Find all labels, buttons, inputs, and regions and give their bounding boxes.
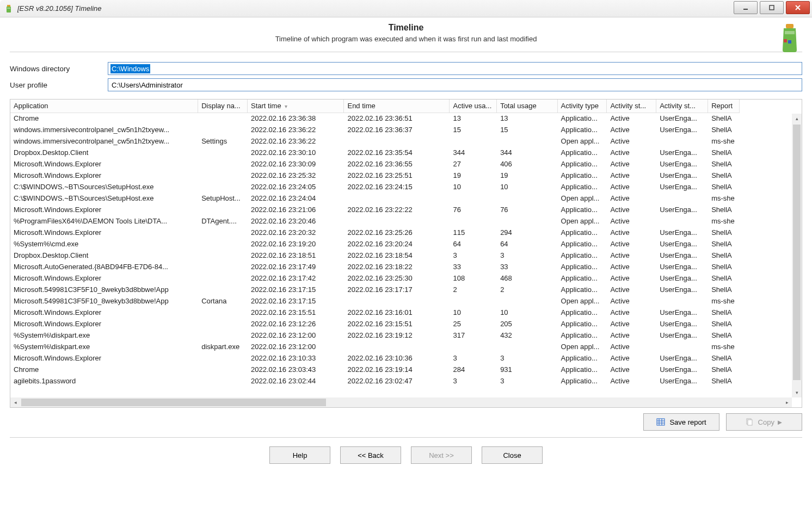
table-row[interactable]: Dropbox.Desktop.Client2022.02.16 23:18:5… bbox=[10, 250, 740, 261]
cell-disp bbox=[198, 204, 248, 215]
next-button[interactable]: Next >> bbox=[411, 446, 472, 464]
cell-start: 2022.02.16 23:30:09 bbox=[247, 158, 343, 170]
cell-astatus: Active bbox=[607, 330, 656, 341]
cell-end: 2022.02.16 23:36:51 bbox=[344, 113, 450, 124]
copy-icon bbox=[745, 418, 754, 426]
cell-total: 10 bbox=[497, 181, 557, 192]
cell-report: ms-she bbox=[708, 135, 740, 147]
save-report-button[interactable]: Save report bbox=[643, 413, 719, 431]
table-row[interactable]: Microsoft.AutoGenerated.{8ABD94FB-E7D6-8… bbox=[10, 261, 740, 272]
cell-astatus: Active bbox=[607, 124, 656, 135]
page-title: Timeline bbox=[10, 23, 802, 33]
column-header-atype[interactable]: Activity type bbox=[557, 100, 607, 113]
column-header-app[interactable]: Application bbox=[10, 100, 198, 113]
svg-rect-8 bbox=[788, 40, 791, 44]
cell-atype: Applicatio... bbox=[557, 147, 607, 158]
cell-total: 2 bbox=[497, 284, 557, 295]
table-row[interactable]: windows.immersivecontrolpanel_cw5n1h2txy… bbox=[10, 124, 740, 135]
table-row[interactable]: Microsoft.Windows.Explorer2022.02.16 23:… bbox=[10, 307, 740, 318]
column-header-astatus[interactable]: Activity st... bbox=[607, 100, 656, 113]
table-row[interactable]: Dropbox.Desktop.Client2022.02.16 23:30:1… bbox=[10, 147, 740, 158]
cell-report: ShellA bbox=[708, 204, 740, 215]
column-header-start[interactable]: Start time bbox=[247, 100, 343, 113]
cell-astatus: Active bbox=[607, 318, 656, 330]
table-row[interactable]: agilebits.1password2022.02.16 23:02:4420… bbox=[10, 375, 740, 387]
table-row[interactable]: %System%\cmd.exe2022.02.16 23:19:202022.… bbox=[10, 238, 740, 250]
cell-total: 406 bbox=[497, 158, 557, 170]
column-header-astatus2[interactable]: Activity st... bbox=[656, 100, 708, 113]
column-header-end[interactable]: End time bbox=[344, 100, 450, 113]
cell-active: 10 bbox=[450, 181, 497, 192]
table-row[interactable]: Microsoft.Windows.Explorer2022.02.16 23:… bbox=[10, 204, 740, 215]
cell-astatus2: UserEnga... bbox=[656, 113, 708, 124]
cell-disp bbox=[198, 158, 248, 170]
cell-active: 25 bbox=[450, 318, 497, 330]
table-row[interactable]: Microsoft.Windows.Explorer2022.02.16 23:… bbox=[10, 158, 740, 170]
table-row[interactable]: Chrome2022.02.16 23:03:432022.02.16 23:1… bbox=[10, 364, 740, 375]
cell-astatus2: UserEnga... bbox=[656, 375, 708, 387]
cell-atype: Applicatio... bbox=[557, 261, 607, 272]
user-profile-label: User profile bbox=[10, 81, 108, 89]
cell-total: 10 bbox=[497, 307, 557, 318]
cell-active: 10 bbox=[450, 307, 497, 318]
user-profile-input[interactable] bbox=[108, 78, 802, 91]
column-header-report[interactable]: Report bbox=[708, 100, 740, 113]
minimize-button[interactable] bbox=[734, 1, 758, 14]
cell-atype: Open appl... bbox=[557, 135, 607, 147]
table-row[interactable]: %System%\diskpart.exediskpart.exe2022.02… bbox=[10, 341, 740, 352]
table-row[interactable]: Microsoft.Windows.Explorer2022.02.16 23:… bbox=[10, 352, 740, 364]
scroll-right-icon[interactable]: ▸ bbox=[782, 397, 792, 407]
cell-disp: SetupHost... bbox=[198, 192, 248, 204]
back-button[interactable]: << Back bbox=[340, 446, 401, 464]
cell-astatus2: UserEnga... bbox=[656, 158, 708, 170]
column-header-active[interactable]: Active usa... bbox=[450, 100, 497, 113]
table-row[interactable]: Microsoft.549981C3F5F10_8wekyb3d8bbwe!Ap… bbox=[10, 284, 740, 295]
cell-report: ShellA bbox=[708, 330, 740, 341]
cell-astatus: Active bbox=[607, 352, 656, 364]
cell-start: 2022.02.16 23:24:04 bbox=[247, 192, 343, 204]
close-button[interactable]: Close bbox=[482, 446, 543, 464]
table-row[interactable]: C:\$WINDOWS.~BT\Sources\SetupHost.exe202… bbox=[10, 181, 740, 192]
cell-app: %ProgramFilesX64%\DAEMON Tools Lite\DTA.… bbox=[10, 215, 198, 227]
cell-app: Dropbox.Desktop.Client bbox=[10, 250, 198, 261]
cell-total: 19 bbox=[497, 170, 557, 181]
cell-end: 2022.02.16 23:18:54 bbox=[344, 250, 450, 261]
cell-app: %System%\cmd.exe bbox=[10, 238, 198, 250]
scroll-up-icon[interactable]: ▴ bbox=[792, 114, 802, 123]
scroll-down-icon[interactable]: ▾ bbox=[792, 388, 802, 397]
table-row[interactable]: Microsoft.Windows.Explorer2022.02.16 23:… bbox=[10, 318, 740, 330]
cell-atype: Applicatio... bbox=[557, 250, 607, 261]
maximize-button[interactable] bbox=[760, 1, 784, 14]
column-header-total[interactable]: Total usage bbox=[497, 100, 557, 113]
table-row[interactable]: Microsoft.549981C3F5F10_8wekyb3d8bbwe!Ap… bbox=[10, 295, 740, 307]
cell-atype: Applicatio... bbox=[557, 204, 607, 215]
table-row[interactable]: C:\$WINDOWS.~BT\Sources\SetupHost.exeSet… bbox=[10, 192, 740, 204]
cell-atype: Applicatio... bbox=[557, 307, 607, 318]
cell-disp bbox=[198, 375, 248, 387]
table-row[interactable]: Microsoft.Windows.Explorer2022.02.16 23:… bbox=[10, 227, 740, 238]
table-row[interactable]: %System%\diskpart.exe2022.02.16 23:12:00… bbox=[10, 330, 740, 341]
table-row[interactable]: %ProgramFilesX64%\DAEMON Tools Lite\DTA.… bbox=[10, 215, 740, 227]
windows-directory-input[interactable]: C:\Windows bbox=[108, 62, 802, 75]
column-header-disp[interactable]: Display na... bbox=[198, 100, 248, 113]
vertical-scrollbar[interactable]: ▴ ▾ bbox=[792, 114, 802, 397]
table-row[interactable]: Microsoft.Windows.Explorer2022.02.16 23:… bbox=[10, 272, 740, 284]
copy-button[interactable]: Copy ► bbox=[726, 413, 802, 431]
cell-disp bbox=[198, 272, 248, 284]
help-button[interactable]: Help bbox=[269, 446, 330, 464]
svg-rect-1 bbox=[7, 7, 11, 13]
cell-disp bbox=[198, 352, 248, 364]
cell-astatus2: UserEnga... bbox=[656, 318, 708, 330]
scroll-thumb-h[interactable] bbox=[21, 399, 326, 406]
horizontal-scrollbar[interactable]: ◂ ▸ bbox=[10, 397, 792, 407]
cell-report: ShellA bbox=[708, 181, 740, 192]
scroll-thumb[interactable] bbox=[793, 125, 801, 380]
cell-active: 15 bbox=[450, 124, 497, 135]
scroll-left-icon[interactable]: ◂ bbox=[10, 397, 20, 407]
table-row[interactable]: Chrome2022.02.16 23:36:382022.02.16 23:3… bbox=[10, 113, 740, 124]
table-row[interactable]: windows.immersivecontrolpanel_cw5n1h2txy… bbox=[10, 135, 740, 147]
close-window-button[interactable] bbox=[786, 1, 810, 14]
table-row[interactable]: Microsoft.Windows.Explorer2022.02.16 23:… bbox=[10, 170, 740, 181]
cell-disp bbox=[198, 227, 248, 238]
cell-astatus2: UserEnga... bbox=[656, 272, 708, 284]
